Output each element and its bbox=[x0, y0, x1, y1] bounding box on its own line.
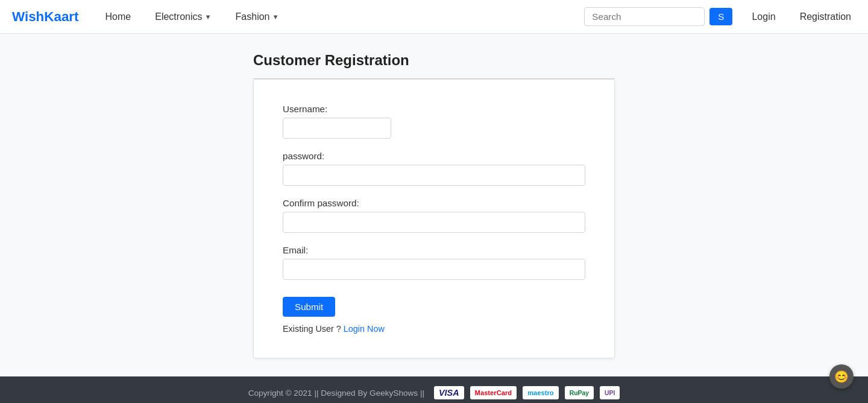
email-label: Email: bbox=[283, 245, 585, 255]
rupay-icon: RuPay bbox=[565, 386, 594, 399]
username-group: Username: bbox=[283, 104, 585, 139]
password-field[interactable] bbox=[283, 165, 585, 186]
help-button[interactable]: 😊 bbox=[829, 364, 854, 389]
payment-icons: VISA MasterCard maestro RuPay UPI bbox=[434, 386, 620, 399]
registration-card: Username: password: Confirm password: Em… bbox=[253, 79, 615, 358]
search-button[interactable]: S bbox=[709, 8, 732, 25]
confirm-password-field[interactable] bbox=[283, 212, 585, 233]
maestro-icon: maestro bbox=[523, 386, 559, 399]
submit-button[interactable]: Submit bbox=[283, 297, 335, 317]
confirm-password-group: Confirm password: bbox=[283, 198, 585, 233]
search-container: S bbox=[584, 7, 732, 26]
login-now-link[interactable]: Login Now bbox=[344, 324, 385, 334]
nav-home[interactable]: Home bbox=[101, 9, 136, 25]
chevron-down-icon: ▼ bbox=[272, 13, 278, 21]
footer-copyright: Copyright © 2021 || Designed By GeekySho… bbox=[248, 389, 424, 398]
nav-electronics[interactable]: Electronics ▼ bbox=[150, 9, 216, 25]
brand-logo[interactable]: WishKaart bbox=[12, 9, 79, 25]
chevron-down-icon: ▼ bbox=[204, 13, 211, 21]
email-group: Email: bbox=[283, 245, 585, 280]
visa-icon: VISA bbox=[434, 386, 464, 399]
nav-electronics-label: Electronics bbox=[155, 11, 202, 22]
page-title: Customer Registration bbox=[253, 52, 615, 69]
navbar: WishKaart Home Electronics ▼ Fashion ▼ S… bbox=[0, 0, 868, 34]
confirm-password-label: Confirm password: bbox=[283, 198, 585, 208]
email-field[interactable] bbox=[283, 259, 585, 280]
search-input[interactable] bbox=[584, 7, 705, 26]
password-group: password: bbox=[283, 151, 585, 186]
main-content: Customer Registration Username: password… bbox=[0, 34, 868, 376]
nav-fashion-label: Fashion bbox=[236, 11, 270, 22]
existing-user-text: Existing User ? Login Now bbox=[283, 324, 585, 334]
upi-icon: UPI bbox=[600, 386, 620, 399]
nav-login[interactable]: Login bbox=[747, 9, 780, 25]
mastercard-icon: MasterCard bbox=[470, 386, 517, 399]
footer: Copyright © 2021 || Designed By GeekySho… bbox=[0, 376, 868, 403]
nav-registration[interactable]: Registration bbox=[795, 9, 856, 25]
page-title-container: Customer Registration bbox=[253, 52, 615, 69]
username-field[interactable] bbox=[283, 118, 391, 139]
password-label: password: bbox=[283, 151, 585, 161]
username-label: Username: bbox=[283, 104, 585, 114]
nav-fashion[interactable]: Fashion ▼ bbox=[231, 9, 284, 25]
